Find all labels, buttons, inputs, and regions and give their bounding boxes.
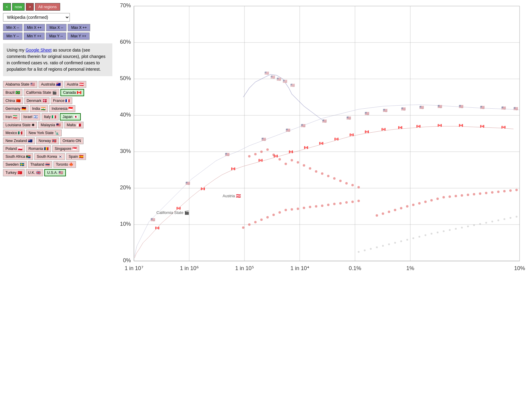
- svg-text:Austria 🇦🇹: Austria 🇦🇹: [223, 193, 241, 198]
- forward-button[interactable]: >: [26, 3, 34, 11]
- svg-point-95: [266, 216, 269, 218]
- svg-point-140: [388, 243, 390, 245]
- svg-point-91: [242, 226, 244, 229]
- region-button[interactable]: South Korea 🇰🇷: [34, 153, 65, 160]
- region-button[interactable]: Austria 🇦🇹: [64, 81, 86, 88]
- region-button[interactable]: Singapore 🇸🇬: [52, 145, 79, 152]
- region-button[interactable]: Italy 🇮🇹: [42, 113, 59, 120]
- region-button[interactable]: U.K. 🇬🇧: [26, 169, 43, 176]
- regions-row: New Zealand 🇳🇿Norway 🇳🇴Ontario ON: [3, 137, 112, 144]
- svg-point-130: [491, 191, 493, 194]
- info-box: Using my Google Sheet as source data (se…: [3, 43, 112, 76]
- region-button[interactable]: Indonesia 🇮🇩: [49, 105, 75, 112]
- region-button[interactable]: U.S.A. 🇺🇸: [44, 169, 66, 176]
- region-button[interactable]: India 🇮🇳: [30, 105, 48, 112]
- svg-text:🇨🇦: 🇨🇦: [480, 124, 484, 128]
- data-source-select[interactable]: Wikipedia (confirmed) Wikipedia (deaths)…: [3, 13, 70, 22]
- svg-point-147: [431, 233, 432, 235]
- svg-point-112: [382, 212, 384, 215]
- region-button[interactable]: Toronto 🍁: [53, 161, 76, 168]
- max-y-minus-button[interactable]: Max Y --: [46, 32, 66, 40]
- min-x-minus-button[interactable]: Min X --: [3, 24, 22, 31]
- svg-text:🇺🇸: 🇺🇸: [261, 137, 266, 141]
- svg-point-137: [370, 248, 372, 250]
- svg-point-118: [418, 202, 421, 205]
- back-button[interactable]: <: [3, 3, 11, 11]
- svg-text:1 in 10⁴: 1 in 10⁴: [290, 265, 309, 271]
- region-button[interactable]: New Zealand 🇳🇿: [3, 137, 35, 144]
- max-x-minus-button[interactable]: Max X --: [46, 24, 67, 31]
- google-sheet-link[interactable]: Google Sheet: [26, 48, 52, 52]
- svg-text:🇺🇸: 🇺🇸: [271, 75, 275, 79]
- regions-grid: Alabama State 🇺🇸Australia 🇦🇺Austria 🇦🇹Br…: [3, 81, 112, 176]
- regions-row: Sweden 🇸🇪Thailand 🇹🇭Toronto 🍁: [3, 161, 112, 168]
- svg-point-141: [394, 242, 396, 244]
- region-button[interactable]: Canada 🇨🇦: [60, 89, 84, 96]
- region-button[interactable]: France 🇫🇷: [51, 97, 73, 104]
- svg-point-128: [479, 192, 481, 195]
- region-button[interactable]: Malta 🇲🇹: [64, 122, 84, 128]
- svg-point-142: [400, 240, 402, 242]
- svg-point-89: [351, 184, 354, 186]
- region-button[interactable]: Sweden 🇸🇪: [3, 161, 27, 168]
- svg-text:1 in 10⁷: 1 in 10⁷: [125, 265, 143, 271]
- svg-point-92: [248, 223, 251, 226]
- svg-point-114: [394, 209, 396, 211]
- region-button[interactable]: Germany 🇩🇪: [3, 105, 29, 112]
- region-button[interactable]: Norway 🇳🇴: [36, 137, 59, 144]
- svg-text:10%: 10%: [514, 265, 525, 271]
- svg-point-119: [424, 201, 427, 203]
- svg-point-156: [485, 222, 487, 224]
- svg-point-109: [351, 201, 354, 203]
- region-button[interactable]: Louisiana State ✱: [3, 122, 37, 128]
- region-button[interactable]: Israel 🇮🇱: [21, 113, 40, 120]
- region-button[interactable]: Malaysia 🇲🇾: [38, 122, 63, 128]
- region-button[interactable]: California State 🎬: [24, 89, 59, 96]
- svg-text:🇺🇸: 🇺🇸: [186, 181, 190, 185]
- region-button[interactable]: Brazil 🇧🇷: [3, 89, 22, 96]
- region-button[interactable]: New York State 🗽: [26, 130, 61, 136]
- svg-text:🇺🇸: 🇺🇸: [264, 71, 269, 75]
- min-x-plus-button[interactable]: Min X ++: [24, 24, 45, 31]
- svg-point-113: [388, 211, 390, 213]
- region-button[interactable]: South Africa 🇿🇦: [3, 153, 33, 160]
- min-y-plus-button[interactable]: Min Y ++: [24, 32, 45, 40]
- svg-point-129: [485, 192, 487, 194]
- region-button[interactable]: Ontario ON: [60, 137, 84, 144]
- svg-text:30%: 30%: [120, 148, 131, 154]
- svg-point-94: [260, 218, 263, 221]
- max-y-plus-button[interactable]: Max Y ++: [67, 32, 90, 40]
- region-button[interactable]: Japan 🇯🇵: [60, 113, 81, 120]
- region-button[interactable]: China 🇨🇳: [3, 97, 23, 104]
- svg-text:20%: 20%: [120, 185, 131, 191]
- svg-point-151: [455, 228, 457, 230]
- all-regions-button[interactable]: All regions: [35, 3, 60, 11]
- region-button[interactable]: Mexico 🇲🇽: [3, 130, 25, 136]
- svg-point-157: [491, 221, 493, 222]
- svg-point-88: [345, 182, 348, 185]
- svg-point-124: [455, 195, 457, 197]
- region-button[interactable]: Poland 🇵🇱: [3, 145, 25, 152]
- svg-point-143: [406, 239, 408, 241]
- region-button[interactable]: Romania 🇷🇴: [26, 145, 51, 152]
- svg-text:🇺🇸: 🇺🇸: [346, 116, 351, 120]
- svg-point-108: [345, 201, 348, 204]
- svg-text:🇨🇦: 🇨🇦: [289, 150, 293, 154]
- nav-row: < now > All regions: [3, 3, 112, 11]
- min-y-minus-button[interactable]: Min Y --: [3, 32, 22, 40]
- regions-row: South Africa 🇿🇦South Korea 🇰🇷Spain 🇪🇸: [3, 153, 112, 160]
- svg-point-139: [382, 245, 384, 247]
- region-button[interactable]: Spain 🇪🇸: [66, 153, 86, 160]
- region-button[interactable]: Denmark 🇩🇰: [24, 97, 49, 104]
- region-button[interactable]: Australia 🇦🇺: [39, 81, 63, 88]
- svg-text:🇨🇦: 🇨🇦: [334, 137, 339, 141]
- svg-text:🇨🇦: 🇨🇦: [438, 123, 442, 127]
- max-x-plus-button[interactable]: Max X ++: [68, 24, 90, 31]
- svg-point-153: [467, 225, 469, 227]
- region-button[interactable]: Thailand 🇹🇭: [28, 161, 52, 168]
- svg-point-150: [449, 229, 451, 231]
- region-button[interactable]: Turkey 🇹🇷: [3, 169, 25, 176]
- region-button[interactable]: Iran 🇮🇷: [3, 113, 20, 120]
- region-button[interactable]: Alabama State 🇺🇸: [3, 81, 37, 88]
- now-button[interactable]: now: [12, 3, 25, 11]
